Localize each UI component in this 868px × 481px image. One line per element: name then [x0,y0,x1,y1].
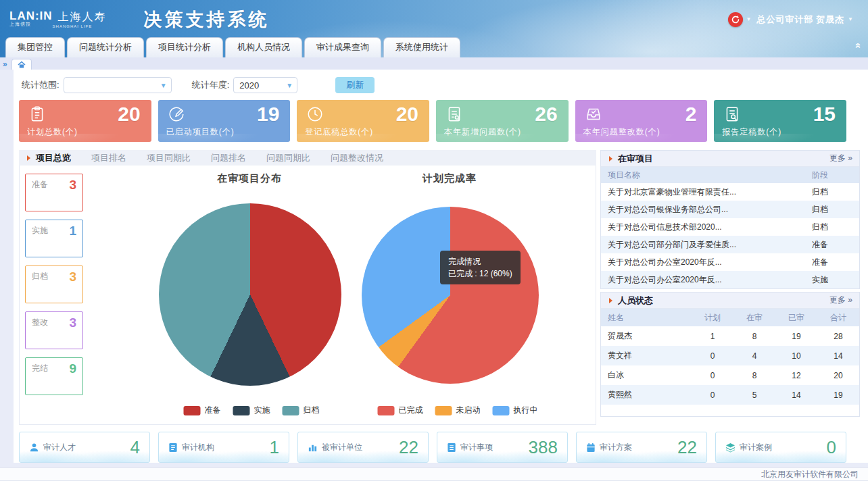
tab-project-stats[interactable]: 项目统计分析 [146,37,223,57]
legend-item[interactable]: 未启动 [423,405,481,416]
year-value: 2020 [239,80,259,91]
bstat-audit-talent[interactable]: 审计人才 4 [19,432,150,463]
arrow-right-icon [609,298,612,303]
stat-card-plans[interactable]: 20 计划总数(个) [19,100,151,142]
legend-item[interactable]: 实施 [221,405,270,416]
bstat-audit-cases[interactable]: 审计案例 0 [715,432,846,463]
avatar-caret-icon[interactable]: ▼ [746,16,752,22]
refresh-button[interactable]: 刷新 [335,77,375,93]
logo-en: SHANGHAI LIFE [53,24,107,28]
inbox-check-icon [585,105,602,125]
table-row[interactable]: 关于对总公司银保业务部总公司...归档 [601,201,859,218]
bstat-label: 被审计单位 [322,442,362,453]
status-value: 3 [69,270,76,284]
tab-org-personnel[interactable]: 机构人员情况 [225,37,302,57]
stat-label: 计划总数(个) [27,126,78,138]
chevron-down-icon: ▼ [160,82,167,89]
bottom-stats-row: 审计人才 4 审计机构 1 被审计单位 22 审计事项 388 [19,432,868,463]
subtab-issue-yoy[interactable]: 问题同期比 [266,152,310,164]
home-tab[interactable] [11,59,32,70]
table-row[interactable]: 黄熙然051419 [601,385,859,405]
panel-title: 人员状态 [618,295,653,307]
legend-item[interactable]: 已完成 [378,405,423,416]
stat-card-started-projects[interactable]: 19 已启动项目数(个) [158,100,291,142]
tab-issue-stats[interactable]: 问题统计分析 [67,37,144,57]
legend-item[interactable]: 准备 [184,405,221,416]
legend-projects: 准备 实施 归档 [184,405,320,416]
status-value: 3 [69,178,76,193]
col-reviewed: 已审 [775,312,817,324]
bstat-label: 审计方案 [600,442,632,453]
status-box-rectify[interactable]: 整改 3 [25,311,83,349]
pie-chart-completion[interactable] [362,207,539,384]
status-box-complete[interactable]: 完结 9 [25,357,83,395]
bstat-audit-matters[interactable]: 审计事项 388 [437,432,568,463]
footer-bar: 北京用友审计软件有限公司 [0,467,868,481]
collapse-up-icon[interactable]: « [852,43,864,48]
subtab-project-overview[interactable]: 项目总览 [36,152,71,164]
subtab-project-yoy[interactable]: 项目同期比 [147,152,191,164]
avatar[interactable] [728,12,743,27]
stat-card-drafts[interactable]: 20 登记底稿总数(个) [297,100,429,142]
doc-search-icon [445,105,463,125]
status-box-prepare[interactable]: 准备 3 [25,174,83,211]
bstat-audit-org[interactable]: 审计机构 1 [158,432,289,463]
table-row[interactable]: 贺晟杰181928 [601,326,859,346]
legend-item[interactable]: 归档 [270,405,320,416]
table-row[interactable]: 关于对总公司办公室2020年反...实施 [601,271,859,288]
legend-item[interactable]: 执行中 [481,405,538,416]
more-link[interactable]: 更多 » [829,295,852,306]
bstat-value: 22 [677,437,697,458]
chart-title-projects: 在审项目分布 [217,172,282,185]
logo-sub: 上海信投 [9,21,53,28]
charts-column: 项目总览 项目排名 项目同期比 问题排名 问题同期比 问题整改情况 准备 3 实… [19,150,596,425]
bstat-label: 审计事项 [460,442,493,453]
stat-card-final-reports[interactable]: 15 报告定稿数(个) [714,100,846,142]
logo-mark: LAN:IN [9,11,53,21]
stat-value: 20 [396,103,418,126]
subtab-project-ranking[interactable]: 项目排名 [91,152,126,164]
refresh-icon [731,15,740,24]
expand-nav-icon[interactable]: » [3,59,7,69]
bstat-audit-plans[interactable]: 审计方案 22 [576,432,707,463]
table-row[interactable]: 关于对总公司部分部门及孝爱佳质...准备 [601,236,859,253]
table-row[interactable]: 白冰081220 [601,365,859,385]
chart-title-completion: 计划完成率 [423,172,477,185]
more-link[interactable]: 更多 » [829,153,852,164]
year-label: 统计年度: [192,79,230,91]
tab-group-control[interactable]: 集团管控 [5,37,65,57]
tab-audit-results[interactable]: 审计成果查询 [304,37,381,57]
logo-cn: 上海人寿 [58,10,107,24]
table-row[interactable]: 关于对总公司办公室2020年反...准备 [601,253,859,271]
subtab-issue-rectify[interactable]: 问题整改情况 [331,152,383,164]
bstat-label: 审计机构 [182,442,214,453]
tab-system-usage[interactable]: 系统使用统计 [383,37,460,57]
year-select[interactable]: 2020 ▼ [233,77,297,93]
user-caret-icon[interactable]: ▼ [848,16,853,22]
table-row[interactable]: 关于对北京富豪物业管理有限责任...归档 [601,183,859,201]
pie-chart-projects[interactable] [159,203,341,386]
user-name[interactable]: 贺晟杰 [816,14,844,26]
home-icon [18,61,26,69]
pencil-circle-icon [168,105,185,125]
scope-label: 统计范围: [22,79,59,91]
bstat-audited-units[interactable]: 被审计单位 22 [297,432,429,463]
status-box-archive[interactable]: 归档 3 [25,265,83,303]
subtab-issue-ranking[interactable]: 问题排名 [211,152,246,164]
col-stage: 阶段 [812,170,859,181]
chart-block: 准备 3 实施 1 归档 3 整改 3 完结 9 [19,166,596,425]
user-dept: 总公司审计部 [756,14,813,26]
panel-title: 在审项目 [618,153,653,165]
stat-card-new-issues[interactable]: 26 本年新增问题数(个) [436,100,569,142]
status-box-implement[interactable]: 实施 1 [25,220,83,257]
status-value: 9 [69,361,76,376]
bstat-label: 审计案例 [740,442,772,453]
stat-value: 19 [257,103,279,126]
stat-card-rectified[interactable]: 2 本年问题整改数(个) [575,100,708,142]
table-row[interactable]: 关于对总公司信息技术部2020...归档 [601,218,859,236]
table-row[interactable]: 黄文祥041014 [601,346,859,365]
panel-personnel-status: 人员状态 更多 » 姓名 计划 在审 已审 合计 贺晟杰181928 黄文祥04… [600,292,860,417]
arrow-right-icon [609,156,612,161]
status-label: 实施 [32,225,48,236]
scope-select[interactable]: ▼ [64,77,172,93]
